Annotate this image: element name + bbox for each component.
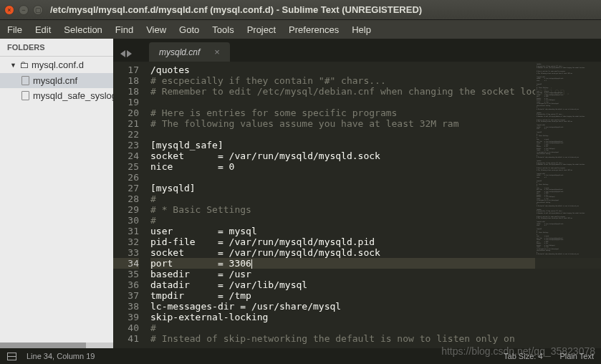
tabbar: mysqld.cnf × bbox=[113, 39, 601, 62]
tab-label: mysqld.cnf bbox=[159, 47, 200, 57]
scrollbar-thumb[interactable] bbox=[0, 343, 86, 348]
menu-selection[interactable]: Selection bbox=[64, 24, 102, 35]
nav-buttons bbox=[116, 50, 136, 62]
file-label: mysqld_safe_syslog bbox=[33, 90, 113, 101]
maximize-button[interactable]: ▢ bbox=[33, 5, 43, 15]
status-syntax[interactable]: Plain Text bbox=[560, 352, 595, 360]
menu-goto[interactable]: Goto bbox=[179, 24, 199, 35]
sidebar-header: FOLDERS bbox=[0, 39, 113, 57]
minimize-button[interactable]: − bbox=[19, 5, 29, 15]
sidebar-scrollbar[interactable] bbox=[0, 343, 113, 348]
file-icon bbox=[21, 91, 29, 100]
sidebar-folder[interactable]: ▼ 🗀 mysql.conf.d bbox=[0, 57, 113, 73]
status-position[interactable]: Line 34, Column 19 bbox=[27, 352, 95, 360]
minimap[interactable]: /quotes # escpecially if they contain "#… bbox=[535, 62, 601, 348]
menu-tools[interactable]: Tools bbox=[212, 24, 234, 35]
folder-icon: 🗀 bbox=[19, 59, 29, 70]
nav-forward-icon[interactable] bbox=[127, 50, 132, 57]
statusbar: Line 34, Column 19 Tab Size: 4 Plain Tex… bbox=[0, 348, 601, 364]
menu-edit[interactable]: Edit bbox=[35, 24, 51, 35]
menu-preferences[interactable]: Preferences bbox=[289, 24, 339, 35]
folder-label: mysql.conf.d bbox=[32, 59, 84, 70]
close-icon[interactable]: × bbox=[214, 47, 220, 57]
line-gutter: 1718181920212223242526272829303132333435… bbox=[113, 62, 146, 348]
panel-switcher-icon[interactable] bbox=[7, 353, 16, 360]
editor-body[interactable]: 1718181920212223242526272829303132333435… bbox=[113, 62, 601, 348]
file-icon bbox=[21, 76, 29, 85]
file-label: mysqld.cnf bbox=[33, 75, 77, 86]
sidebar: FOLDERS ▼ 🗀 mysql.conf.d mysqld.cnf mysq… bbox=[0, 39, 113, 348]
menu-project[interactable]: Project bbox=[247, 24, 276, 35]
chevron-down-icon: ▼ bbox=[10, 62, 16, 69]
tab-mysqld[interactable]: mysqld.cnf × bbox=[149, 42, 230, 62]
menu-view[interactable]: View bbox=[146, 24, 166, 35]
code-content[interactable]: /quotes# escpecially if they contain "#"… bbox=[146, 62, 601, 348]
editor-area: mysqld.cnf × 171818192021222324252627282… bbox=[113, 39, 601, 348]
nav-back-icon[interactable] bbox=[120, 50, 125, 57]
close-button[interactable]: × bbox=[4, 5, 14, 15]
sidebar-file[interactable]: mysqld_safe_syslog bbox=[0, 88, 113, 103]
status-tabsize[interactable]: Tab Size: 4 bbox=[504, 352, 542, 360]
sidebar-file[interactable]: mysqld.cnf bbox=[0, 73, 113, 88]
menubar: File Edit Selection Find View Goto Tools… bbox=[0, 20, 601, 39]
window-controls: × − ▢ bbox=[4, 5, 43, 15]
titlebar: × − ▢ /etc/mysql/mysql.conf.d/mysqld.cnf… bbox=[0, 0, 601, 20]
menu-find[interactable]: Find bbox=[115, 24, 133, 35]
minimap-content: /quotes # escpecially if they contain "#… bbox=[535, 62, 601, 258]
menu-help[interactable]: Help bbox=[352, 24, 371, 35]
menu-file[interactable]: File bbox=[7, 24, 22, 35]
window-title: /etc/mysql/mysql.conf.d/mysqld.cnf (mysq… bbox=[50, 4, 422, 15]
main-area: FOLDERS ▼ 🗀 mysql.conf.d mysqld.cnf mysq… bbox=[0, 39, 601, 348]
